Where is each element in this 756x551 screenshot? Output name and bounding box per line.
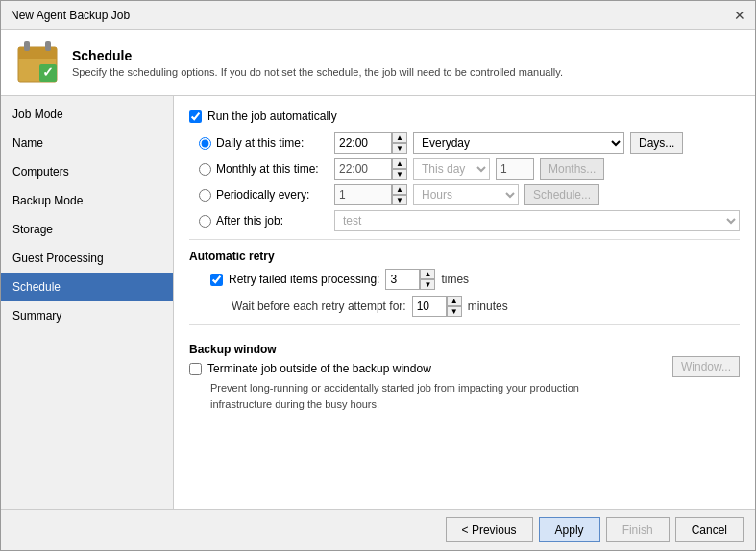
svg-rect-2	[18, 55, 57, 59]
window-button[interactable]: Window...	[672, 356, 740, 377]
retry-times-label: times	[441, 273, 469, 286]
monthly-time-spin-group: ▲ ▼	[392, 158, 407, 180]
backup-window-section: Backup window Terminate job outside of t…	[189, 333, 740, 412]
monthly-label: Monthly at this time:	[216, 162, 319, 176]
backup-window-title: Backup window	[189, 343, 672, 356]
retry-label: Retry failed items processing:	[229, 273, 379, 286]
daily-row: Daily at this time: ▲ ▼ Everyday Weekday…	[199, 132, 740, 154]
monthly-time-down[interactable]: ▼	[392, 169, 407, 180]
run-auto-checkbox[interactable]	[189, 110, 202, 123]
wait-label: Wait before each retry attempt for:	[232, 299, 406, 313]
sidebar-item-summary[interactable]: Summary	[1, 301, 173, 330]
close-button[interactable]: ✕	[734, 9, 745, 22]
daily-time-spin-group: ▲ ▼	[392, 132, 407, 154]
sidebar-item-storage[interactable]: Storage	[1, 215, 173, 244]
sidebar-item-schedule[interactable]: Schedule	[1, 273, 173, 301]
finish-button[interactable]: Finish	[606, 517, 670, 542]
terminate-checkbox[interactable]	[189, 363, 202, 375]
retry-number-spinner: ▲ ▼	[385, 269, 435, 290]
daily-label: Daily at this time:	[216, 136, 304, 150]
periodically-row: Periodically every: ▲ ▼ Hours Minutes Sc…	[199, 184, 740, 205]
run-auto-row: Run the job automatically	[189, 109, 740, 123]
periodically-radio[interactable]	[199, 189, 211, 202]
wait-up[interactable]: ▲	[447, 296, 462, 306]
retry-down[interactable]: ▼	[420, 279, 435, 290]
schedule-button[interactable]: Schedule...	[524, 184, 599, 205]
auto-retry-title: Automatic retry	[189, 250, 740, 263]
backup-window-left: Backup window Terminate job outside of t…	[189, 333, 672, 412]
hours-dropdown[interactable]: Hours Minutes	[413, 184, 519, 205]
periodically-spinner: ▲ ▼	[334, 184, 407, 205]
periodically-down[interactable]: ▼	[392, 195, 407, 205]
retry-checkbox[interactable]	[210, 274, 223, 286]
wait-number-input[interactable]	[412, 296, 447, 317]
title-bar: New Agent Backup Job ✕	[1, 1, 755, 30]
monthly-time-up[interactable]: ▲	[392, 158, 407, 169]
after-job-row: After this job: test	[199, 210, 740, 231]
periodically-radio-label: Periodically every:	[199, 188, 329, 202]
daily-time-up[interactable]: ▲	[392, 132, 407, 143]
periodically-spin-group: ▲ ▼	[392, 184, 407, 205]
apply-button[interactable]: Apply	[539, 517, 600, 542]
after-radio[interactable]	[199, 215, 211, 228]
svg-text:✓: ✓	[42, 64, 54, 80]
previous-button[interactable]: < Previous	[446, 517, 533, 542]
daily-time-input[interactable]	[334, 132, 392, 154]
daily-radio-label: Daily at this time:	[199, 136, 329, 150]
svg-rect-4	[45, 41, 51, 51]
monthly-row: Monthly at this time: ▲ ▼ This day Month…	[199, 158, 740, 180]
daily-frequency-dropdown[interactable]: Everyday Weekdays Weekends	[413, 132, 624, 154]
sidebar: Job Mode Name Computers Backup Mode Stor…	[1, 96, 174, 509]
periodically-label: Periodically every:	[216, 188, 309, 202]
after-job-dropdown[interactable]: test	[334, 210, 740, 231]
monthly-radio-label: Monthly at this time:	[199, 162, 329, 176]
sidebar-item-backup-mode[interactable]: Backup Mode	[1, 186, 173, 215]
window-title: New Agent Backup Job	[11, 9, 130, 22]
wait-spin-group: ▲ ▼	[447, 296, 462, 317]
wait-unit-label: minutes	[468, 299, 508, 313]
monthly-time-input[interactable]	[334, 158, 392, 180]
schedule-icon: ✓	[14, 39, 61, 85]
header-section: ✓ Schedule Specify the scheduling option…	[1, 30, 755, 96]
periodically-up[interactable]: ▲	[392, 184, 407, 195]
monthly-time-spinner: ▲ ▼	[334, 158, 407, 180]
sidebar-item-guest-processing[interactable]: Guest Processing	[1, 244, 173, 273]
daily-radio[interactable]	[199, 137, 211, 150]
retry-number-input[interactable]	[385, 269, 420, 290]
monthly-day-dropdown[interactable]: This day	[413, 158, 490, 180]
daily-time-spinner: ▲ ▼	[334, 132, 407, 154]
cancel-button[interactable]: Cancel	[675, 517, 744, 542]
monthly-radio[interactable]	[199, 163, 211, 176]
header-description: Specify the scheduling options. If you d…	[72, 66, 563, 78]
svg-rect-3	[24, 41, 30, 51]
wait-down[interactable]: ▼	[447, 306, 462, 317]
header-text: Schedule Specify the scheduling options.…	[72, 48, 563, 78]
terminate-label: Terminate job outside of the backup wind…	[207, 362, 431, 375]
header-icon: ✓	[14, 39, 61, 85]
main-window: New Agent Backup Job ✕ ✓ Schedule Specif…	[0, 0, 756, 551]
terminate-row: Terminate job outside of the backup wind…	[189, 362, 672, 375]
wait-spinner: ▲ ▼	[412, 296, 462, 317]
sidebar-item-job-mode[interactable]: Job Mode	[1, 100, 173, 129]
retry-spin-group: ▲ ▼	[420, 269, 435, 290]
months-button[interactable]: Months...	[540, 158, 604, 180]
wait-row: Wait before each retry attempt for: ▲ ▼ …	[232, 296, 740, 317]
sidebar-item-name[interactable]: Name	[1, 129, 173, 157]
periodically-number-input[interactable]	[334, 184, 392, 205]
after-radio-label: After this job:	[199, 214, 329, 228]
sidebar-item-computers[interactable]: Computers	[1, 157, 173, 186]
backup-desc: Prevent long-running or accidentally sta…	[210, 380, 672, 412]
days-button[interactable]: Days...	[630, 132, 683, 154]
header-title: Schedule	[72, 48, 563, 63]
retry-up[interactable]: ▲	[420, 269, 435, 279]
retry-row: Retry failed items processing: ▲ ▼ times	[210, 269, 740, 290]
daily-time-down[interactable]: ▼	[392, 143, 407, 154]
footer: < Previous Apply Finish Cancel	[1, 509, 755, 550]
run-auto-label: Run the job automatically	[207, 109, 337, 123]
monthly-day-number[interactable]	[496, 158, 534, 180]
main-content: Job Mode Name Computers Backup Mode Stor…	[1, 96, 755, 509]
after-label: After this job:	[216, 214, 283, 228]
content-area: Run the job automatically Daily at this …	[174, 96, 755, 509]
